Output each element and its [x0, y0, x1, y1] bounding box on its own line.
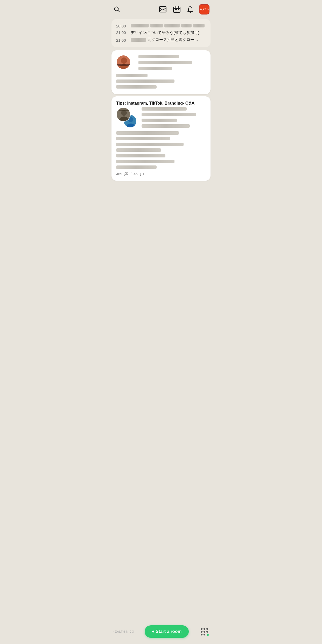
bl-1	[116, 74, 148, 77]
room-meta-2: 489 / 45	[116, 172, 206, 176]
schedule-title-2: デザインについて語ろう(誰でも参加可)	[131, 30, 199, 35]
calendar-button[interactable]	[172, 5, 181, 14]
bl2-10	[116, 160, 174, 163]
svg-rect-8	[176, 9, 177, 10]
bell-button[interactable]	[186, 5, 194, 14]
room-avatars-2	[116, 107, 137, 128]
bl2-1	[142, 107, 187, 111]
svg-rect-11	[176, 11, 177, 11]
bl2-5	[116, 131, 179, 135]
room-card-1[interactable]	[111, 50, 211, 94]
schedule-row-3[interactable]: 21:00 元グロース担当と現グロー…	[116, 36, 206, 44]
room-info-1	[138, 55, 206, 71]
svg-rect-19	[119, 110, 129, 111]
search-button[interactable]	[113, 5, 121, 14]
bl2-4	[142, 124, 190, 128]
avatar-1	[116, 55, 131, 69]
room-card-2-top	[116, 107, 206, 129]
bl2-6	[116, 137, 170, 140]
bl-2	[116, 79, 174, 83]
blurred-sub-1	[138, 67, 172, 70]
bl2-11	[116, 165, 157, 169]
header: ネタフル	[107, 0, 215, 17]
blurred-subtitle-1	[138, 61, 192, 64]
svg-rect-9	[178, 9, 179, 10]
header-right-icons: ネタフル	[158, 4, 209, 15]
schedule-row-2[interactable]: 21:00 デザインについて語ろう(誰でも参加可)	[116, 29, 206, 36]
room-avatars-1	[116, 55, 135, 70]
bl-3	[116, 85, 157, 89]
schedule-title-blurred-1	[131, 24, 205, 27]
svg-rect-15	[117, 64, 131, 66]
room-speakers-2	[142, 107, 206, 129]
main-content: 20:00 21:00 デザインについて語ろう(誰でも参加可) 21:00 元グ…	[107, 19, 215, 209]
mail-button[interactable]	[158, 5, 167, 13]
bl2-3	[142, 119, 177, 122]
schedule-time-3: 21:00	[116, 38, 128, 42]
bl2-8	[116, 148, 161, 152]
schedule-time-2: 21:00	[116, 30, 128, 35]
speaker-avatar-1	[116, 107, 131, 122]
svg-rect-7	[175, 9, 176, 10]
room-title-2: Tips: Instagram, TikTok, Branding- Q&A	[116, 101, 206, 106]
room-info-2	[142, 107, 206, 129]
bl2-9	[116, 154, 165, 157]
room-info-lines-1	[138, 55, 206, 71]
svg-rect-10	[175, 11, 176, 11]
room-card-2[interactable]: Tips: Instagram, TikTok, Branding- Q&A	[111, 96, 211, 181]
speakers-count: 45	[134, 172, 138, 176]
room-blurred-block-1	[116, 74, 206, 90]
svg-rect-2	[159, 6, 166, 12]
app-icon[interactable]: ネタフル	[199, 4, 209, 15]
svg-point-13	[121, 57, 127, 64]
svg-line-1	[118, 10, 120, 12]
room-card-1-top	[116, 55, 206, 71]
bl2-7	[116, 143, 184, 146]
schedule-row-1: 20:00	[116, 23, 206, 29]
schedule-time-1: 20:00	[116, 24, 128, 28]
bl2-2	[142, 113, 196, 116]
schedule-card: 20:00 21:00 デザインについて語ろう(誰でも参加可) 21:00 元グ…	[111, 19, 211, 47]
blurred-title-1	[138, 55, 179, 58]
schedule-title-3: 元グロース担当と現グロー…	[131, 37, 198, 42]
speakers-icon	[140, 172, 144, 176]
listeners-icon	[124, 172, 128, 176]
meta-divider: /	[130, 172, 131, 176]
listeners-count: 489	[116, 172, 122, 176]
room-blurred-block-2	[116, 131, 206, 170]
